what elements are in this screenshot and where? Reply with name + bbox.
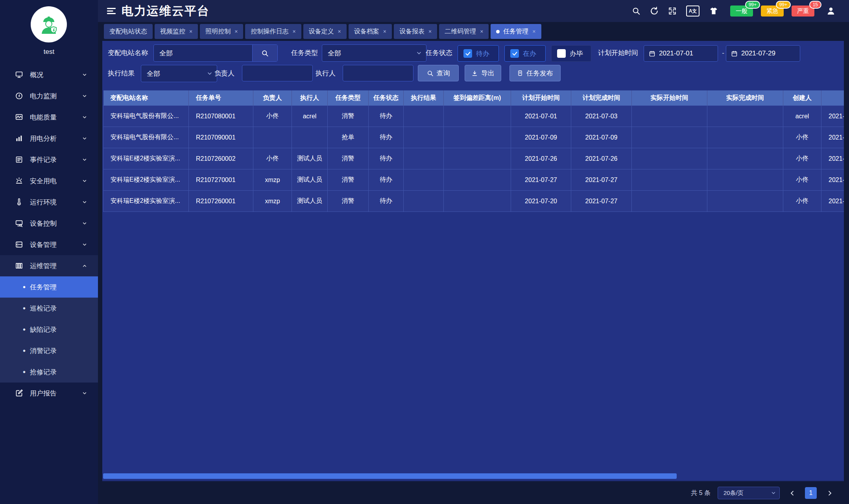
- tab-video-monitor[interactable]: 视频监控×: [155, 24, 198, 39]
- sidebar-subitem-alarm-clear-records[interactable]: •消警记录: [0, 340, 98, 361]
- alarm-button-general[interactable]: 一般99+: [730, 6, 753, 17]
- tab-label: 设备定义: [309, 28, 334, 36]
- horizontal-scrollbar[interactable]: [103, 473, 677, 479]
- table-cell: R2107080001: [189, 106, 253, 127]
- sidebar-item-safe-electricity[interactable]: 安全用电: [0, 170, 98, 191]
- column-header: 执行人: [292, 90, 328, 106]
- table-row[interactable]: 安科瑞E楼2楼实验室演...R2107260001xmzp测试人员消警待办202…: [103, 191, 844, 212]
- status-checkbox-done[interactable]: 办毕: [551, 45, 591, 62]
- query-button-label: 查询: [437, 69, 450, 78]
- tab-label: 二维码管理: [445, 28, 476, 36]
- tab-lighting-control[interactable]: 照明控制×: [200, 24, 243, 39]
- close-icon[interactable]: ×: [480, 28, 483, 35]
- plan-start-time-label: 计划开始时间: [598, 44, 638, 62]
- alarm-label: 一般: [736, 7, 747, 14]
- close-icon[interactable]: ×: [234, 28, 238, 35]
- query-button[interactable]: 查询: [418, 65, 459, 81]
- table-cell: 消警: [328, 106, 369, 127]
- sidebar-item-event-records[interactable]: 事件记录: [0, 149, 98, 170]
- sidebar-item-device-control[interactable]: 设备控制: [0, 213, 98, 234]
- sidebar-subitem-label: 缺陷记录: [30, 325, 57, 334]
- sidebar-item-usage-analysis[interactable]: 用电分析: [0, 128, 98, 149]
- next-page-button[interactable]: [824, 487, 835, 499]
- table-cell: R2107260001: [189, 191, 253, 212]
- executor-input[interactable]: [343, 65, 413, 81]
- table-row[interactable]: 安科瑞电气股份有限公...R2107090001抢单待办2021-07-0920…: [103, 127, 844, 148]
- close-icon[interactable]: ×: [532, 28, 535, 35]
- status-checkbox-doing[interactable]: 在办: [504, 45, 546, 62]
- exec-result-select[interactable]: 全部: [141, 65, 217, 82]
- tab-device-report[interactable]: 设备报表×: [394, 24, 437, 39]
- sidebar-subitem-repair-records[interactable]: •抢修记录: [0, 361, 98, 383]
- alarm-button-urgent[interactable]: 紧急99+: [761, 6, 784, 17]
- tab-device-archive[interactable]: 设备档案×: [349, 24, 392, 39]
- document-icon: [517, 70, 523, 76]
- refresh-icon[interactable]: [650, 7, 659, 15]
- sidebar-subitem-defect-records[interactable]: •缺陷记录: [0, 319, 98, 340]
- close-icon[interactable]: ×: [338, 28, 341, 35]
- sidebar-subitem-inspection-records[interactable]: •巡检记录: [0, 298, 98, 319]
- table-cell: 2021-07-01: [511, 106, 571, 127]
- table-row[interactable]: 安科瑞E楼2楼实验室演...R2107270001xmzp测试人员消警待办202…: [103, 169, 844, 191]
- close-icon[interactable]: ×: [428, 28, 432, 35]
- owner-input[interactable]: [242, 65, 313, 81]
- prev-page-button[interactable]: [787, 487, 798, 499]
- tab-control-log[interactable]: 控制操作日志×: [245, 24, 301, 39]
- sidebar-item-power-quality[interactable]: 电能质量: [0, 107, 98, 128]
- sidebar-item-ops-management[interactable]: 运维管理: [0, 255, 98, 276]
- close-icon[interactable]: ×: [189, 28, 192, 35]
- table-cell: [707, 191, 783, 212]
- sidebar-item-power-monitoring[interactable]: 电力监测: [0, 85, 98, 107]
- translate-icon[interactable]: A文: [686, 6, 700, 17]
- tab-station-status[interactable]: 变配电站状态: [104, 24, 153, 39]
- fullscreen-icon[interactable]: [668, 7, 677, 15]
- sidebar-item-overview[interactable]: 概况: [0, 64, 98, 85]
- sidebar-item-user-report[interactable]: 用户报告: [0, 383, 98, 404]
- tab-device-definition[interactable]: 设备定义×: [303, 24, 347, 39]
- sidebar-item-running-environment[interactable]: 运行环境: [0, 191, 98, 213]
- station-name-label: 变配电站名称: [108, 44, 148, 62]
- close-icon[interactable]: ×: [292, 28, 295, 35]
- station-name-input[interactable]: [154, 45, 252, 61]
- user-icon[interactable]: [826, 6, 836, 16]
- column-header: 任务单号: [189, 90, 253, 106]
- date-to-value: 2021-07-29: [741, 50, 775, 57]
- table-row[interactable]: 安科瑞电气股份有限公...R2107080001小佟acrel消警待办2021-…: [103, 106, 844, 127]
- search-icon[interactable]: [632, 7, 640, 15]
- menu-toggle-icon[interactable]: [106, 6, 116, 16]
- date-to-input[interactable]: 2021-07-29: [726, 45, 800, 62]
- page-size-select[interactable]: 20条/页: [718, 487, 780, 499]
- chevron-down-icon: [81, 72, 88, 78]
- table-cell: [444, 106, 511, 127]
- task-type-select[interactable]: 全部: [322, 44, 426, 62]
- filter-row-2: 执行结果 全部 负责人 执行人 查询 导出: [102, 65, 844, 83]
- tab-qrcode-management[interactable]: 二维码管理×: [439, 24, 489, 39]
- search-icon: [427, 70, 434, 77]
- station-name-search: [153, 44, 278, 62]
- export-button[interactable]: 导出: [465, 65, 501, 81]
- content-panel: 变配电站名称 任务类型 全部 任务状态: [102, 41, 844, 482]
- sidebar-subitem-task-management[interactable]: •任务管理: [0, 276, 98, 298]
- power-icon: [15, 92, 23, 100]
- tab-task-management[interactable]: 任务管理×: [491, 24, 541, 39]
- table-cell: xmzp: [253, 191, 292, 212]
- sidebar-nav: 概况电力监测电能质量用电分析事件记录安全用电运行环境设备控制设备管理运维管理•任…: [0, 64, 98, 404]
- analysis-icon: [15, 134, 23, 143]
- theme-icon[interactable]: [709, 7, 718, 15]
- sidebar-item-label: 安全用电: [30, 177, 57, 186]
- chevron-down-icon: [81, 390, 88, 396]
- alarm-button-critical[interactable]: 严重15: [792, 6, 814, 17]
- table-row[interactable]: 安科瑞E楼2楼实验室演...R2107260002小佟测试人员消警待办2021-…: [103, 148, 844, 169]
- station-search-button[interactable]: [252, 45, 277, 61]
- sidebar-item-device-management[interactable]: 设备管理: [0, 234, 98, 255]
- avatar[interactable]: [31, 6, 67, 42]
- sidebar: test 概况电力监测电能质量用电分析事件记录安全用电运行环境设备控制设备管理运…: [0, 0, 98, 504]
- publish-task-button[interactable]: 任务发布: [509, 65, 561, 81]
- task-type-label: 任务类型: [291, 44, 318, 62]
- checkbox-check-icon: [557, 49, 566, 58]
- table-cell: [404, 169, 444, 191]
- page-number-button[interactable]: 1: [805, 487, 817, 499]
- date-from-input[interactable]: 2021-07-01: [644, 45, 718, 62]
- close-icon[interactable]: ×: [383, 28, 386, 35]
- status-checkbox-todo[interactable]: 待办: [458, 45, 499, 62]
